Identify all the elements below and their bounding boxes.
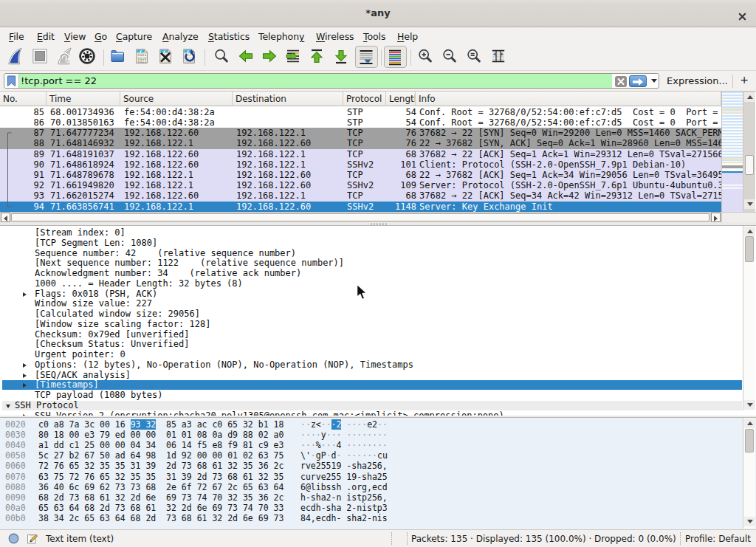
expert-info-icon[interactable] xyxy=(8,533,19,546)
detail-row[interactable]: TCP payload (1080 bytes) xyxy=(2,391,742,400)
open-file-button[interactable] xyxy=(109,47,126,65)
hex-row-0040[interactable]: 0040a1 dd c1 25 00 00 04 34 06 14 f5 e8 … xyxy=(0,440,743,450)
filter-dropdown-caret[interactable] xyxy=(651,79,657,83)
detail-row[interactable]: Checksum: 0x79ed [unverified] xyxy=(2,330,742,340)
detail-row[interactable]: Flags: 0x018 (PSH, ACK) xyxy=(2,289,742,299)
hex-row-0090[interactable]: 009068 2d 73 68 61 32 2d 6e 69 73 74 70 … xyxy=(0,492,743,503)
menu-telephony[interactable]: Telephony xyxy=(258,30,304,44)
detail-row[interactable]: [Checksum Status: Unverified] xyxy=(2,340,742,349)
hex-row-0020[interactable]: 0020c0 a8 7a 3c 00 16 93 32 85 a3 ac c0 … xyxy=(0,419,743,430)
detail-row[interactable]: 1000 .... = Header Length: 32 bytes (8) xyxy=(2,279,742,289)
filter-bookmark-button[interactable] xyxy=(4,74,19,88)
zoom-reset-button[interactable] xyxy=(465,47,483,65)
expander-closed-icon[interactable] xyxy=(23,292,27,297)
packet-list-hscrollbar[interactable] xyxy=(0,212,721,222)
packet-list-vscrollbar[interactable] xyxy=(743,92,755,212)
hex-row-0050[interactable]: 00505c 27 b2 67 50 ad 64 98 1d 92 00 00 … xyxy=(0,450,743,461)
menu-go[interactable]: Go xyxy=(94,30,107,44)
column-header-time[interactable]: Time xyxy=(47,92,120,106)
restart-capture-button[interactable] xyxy=(55,47,73,65)
detail-row[interactable]: [Timestamps] xyxy=(2,380,742,390)
detail-row[interactable]: [Window size scaling factor: 128] xyxy=(2,320,742,329)
expander-closed-icon[interactable] xyxy=(23,363,27,368)
detail-row[interactable]: Sequence number: 42 (relative sequence n… xyxy=(2,249,742,258)
hex-row-0080[interactable]: 008036 40 6c 69 62 73 73 68 2e 6f 72 67 … xyxy=(0,482,743,492)
auto-scroll-button[interactable] xyxy=(355,46,378,68)
detail-row[interactable]: SSH Protocol xyxy=(2,401,742,410)
packet-row-88[interactable]: 8871.648146932192.168.122.1192.168.122.6… xyxy=(0,138,721,148)
zoom-out-button[interactable] xyxy=(441,47,458,65)
hex-row-0070[interactable]: 007063 75 72 76 65 32 35 35 31 39 2d 73 … xyxy=(0,472,743,482)
details-vscrollbar[interactable] xyxy=(743,226,755,410)
stop-capture-button[interactable] xyxy=(31,47,49,65)
scroll-thumb[interactable] xyxy=(745,155,754,175)
scroll-down-button[interactable] xyxy=(744,400,755,410)
packet-row-87[interactable]: 8771.647777234192.168.122.60192.168.122.… xyxy=(0,128,721,138)
filter-apply-button[interactable] xyxy=(629,75,647,87)
detail-row[interactable]: [Stream index: 0] xyxy=(2,228,742,238)
title-bar[interactable]: *any xyxy=(0,0,756,27)
menu-file[interactable]: File xyxy=(9,30,24,44)
detail-row[interactable]: [SEQ/ACK analysis] xyxy=(2,371,742,380)
go-last-button[interactable] xyxy=(332,47,350,65)
bytes-vscrollbar[interactable] xyxy=(743,418,755,529)
hex-row-00b0[interactable]: 00b038 34 2c 65 63 64 68 2d 73 68 61 32 … xyxy=(0,513,743,523)
expander-closed-icon[interactable] xyxy=(23,383,27,388)
save-file-button[interactable]: 010101100111 xyxy=(133,47,151,65)
resize-columns-button[interactable] xyxy=(489,47,507,65)
packet-row-93[interactable]: 9371.662015274192.168.122.60192.168.122.… xyxy=(0,190,721,201)
reload-file-button[interactable]: 010101100111 xyxy=(180,47,198,65)
column-header-no[interactable]: No. xyxy=(0,92,47,106)
status-profile[interactable]: Profile: Default xyxy=(685,534,751,544)
column-header-length[interactable]: Length xyxy=(386,92,416,106)
expander-closed-icon[interactable] xyxy=(23,374,27,378)
display-filter-input[interactable]: !tcp.port == 22 xyxy=(4,73,659,89)
detail-row[interactable]: [TCP Segment Len: 1080] xyxy=(2,238,742,248)
menu-capture[interactable]: Capture xyxy=(116,30,152,44)
scroll-down-button[interactable] xyxy=(744,517,755,526)
hex-row-0030[interactable]: 003080 18 00 e3 79 ed 00 00 01 01 08 0a … xyxy=(0,430,743,440)
packet-row-86[interactable]: 8670.013850163fe:54:00:d4:38:2aSTP54Conf… xyxy=(0,117,721,128)
start-capture-button[interactable] xyxy=(6,47,24,65)
scroll-down-button[interactable] xyxy=(744,199,755,209)
column-header-destination[interactable]: Destination xyxy=(233,92,343,106)
detail-row[interactable]: [Calculated window size: 29056] xyxy=(2,309,742,319)
find-packet-button[interactable] xyxy=(213,47,230,65)
packet-row-85[interactable]: 8568.001734936fe:54:00:d4:38:2aSTP54Conf… xyxy=(0,107,721,117)
scroll-left-button[interactable] xyxy=(1,213,10,222)
detail-row[interactable]: Window size value: 227 xyxy=(2,299,742,309)
detail-row[interactable]: Urgent pointer: 0 xyxy=(2,350,742,359)
packet-row-91[interactable]: 9171.648789678192.168.122.1192.168.122.6… xyxy=(0,170,721,180)
scroll-up-button[interactable] xyxy=(744,419,755,428)
filter-text[interactable]: !tcp.port == 22 xyxy=(21,75,97,86)
menu-statistics[interactable]: Statistics xyxy=(208,30,250,44)
expander-open-icon[interactable] xyxy=(6,405,10,408)
detail-row[interactable]: Options: (12 bytes), No-Operation (NOP),… xyxy=(2,360,742,370)
go-forward-button[interactable] xyxy=(261,47,278,65)
capture-comment-icon[interactable] xyxy=(27,533,38,546)
menu-help[interactable]: Help xyxy=(397,30,418,44)
scroll-right-button[interactable] xyxy=(711,213,721,222)
column-header-info[interactable]: Info xyxy=(416,92,721,106)
menu-analyze[interactable]: Analyze xyxy=(162,30,199,44)
menu-edit[interactable]: Edit xyxy=(37,30,55,44)
packet-minimap[interactable] xyxy=(721,92,743,212)
filter-clear-button[interactable] xyxy=(615,76,627,87)
menu-view[interactable]: View xyxy=(64,30,86,44)
go-back-button[interactable] xyxy=(237,47,255,65)
packet-row-92[interactable]: 9271.661949820192.168.122.1192.168.122.6… xyxy=(0,180,721,190)
detail-row[interactable]: [Next sequence number: 1122 (relative se… xyxy=(2,258,742,268)
detail-row[interactable]: Acknowledgment number: 34 (relative ack … xyxy=(2,269,742,278)
hex-row-00a0[interactable]: 00a065 63 64 68 2d 73 68 61 32 2d 6e 69 … xyxy=(0,503,743,513)
zoom-in-button[interactable] xyxy=(416,47,434,65)
scroll-up-button[interactable] xyxy=(744,92,755,102)
capture-options-button[interactable] xyxy=(78,47,96,65)
close-button[interactable] xyxy=(738,10,746,18)
go-first-button[interactable] xyxy=(308,47,326,65)
scroll-thumb[interactable] xyxy=(745,429,754,453)
colorize-button[interactable] xyxy=(384,46,407,68)
column-header-source[interactable]: Source xyxy=(120,92,233,106)
menu-tools[interactable]: Tools xyxy=(363,30,385,44)
packet-row-94[interactable]: 9471.663856741192.168.122.1192.168.122.6… xyxy=(0,202,721,212)
scroll-thumb[interactable] xyxy=(745,236,754,262)
